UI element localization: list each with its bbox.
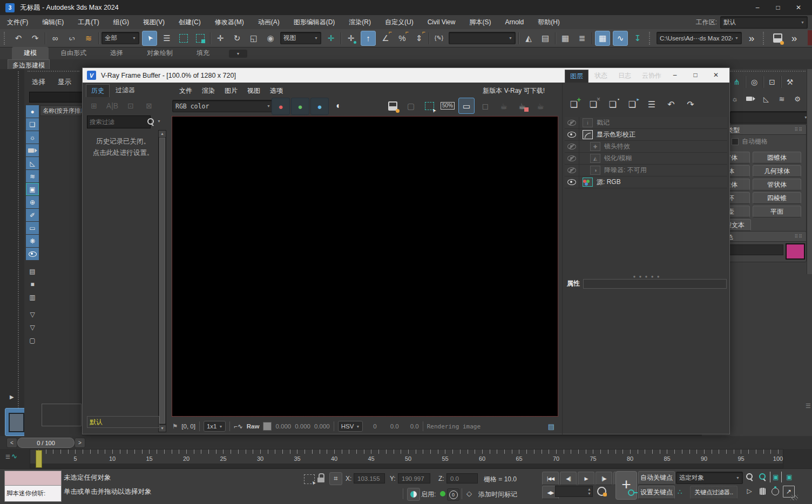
vfb-left-tab[interactable]: 历史 xyxy=(86,84,110,97)
expand-arrow-icon[interactable]: ▶ xyxy=(10,394,14,400)
vfb-channel-combo[interactable]: RGB color ▼ xyxy=(172,100,274,112)
frozen-filter-icon[interactable]: ❋ xyxy=(26,235,39,247)
systems-category-icon[interactable]: ⚙ xyxy=(791,93,803,105)
select-by-name-icon[interactable]: ☰ xyxy=(160,31,174,45)
isolate-selection-icon[interactable] xyxy=(304,474,315,484)
curve-editor-icon[interactable]: ∿ xyxy=(613,31,628,46)
absolute-mode-button[interactable]: ⌗ xyxy=(329,472,342,485)
minimize-button[interactable]: – xyxy=(747,1,768,14)
layer-list-icon[interactable]: ☰ xyxy=(645,98,659,112)
primitive-button[interactable]: 几何球体 xyxy=(753,165,801,177)
visibility-off-icon[interactable] xyxy=(567,167,576,173)
next-frame-arrow[interactable]: > xyxy=(75,438,85,448)
ribbon-toggle-icon[interactable]: ▦ xyxy=(595,31,610,46)
use-center-icon[interactable]: ✛ xyxy=(324,31,338,45)
mini-curve-editor-icon[interactable]: ☰∿ xyxy=(5,452,17,460)
menu-item[interactable]: 工具(T) xyxy=(71,16,106,29)
pixel-pin-icon[interactable]: ⚑ xyxy=(172,423,178,430)
ribbon-tab[interactable]: 自由形式 xyxy=(49,47,98,59)
pixel-ratio-combo[interactable]: 1x1▼ xyxy=(204,421,226,432)
zoom-all-icon[interactable] xyxy=(757,472,768,482)
hidden-filter-icon[interactable] xyxy=(26,248,39,260)
key-filters-button[interactable]: 关键点过滤器.. xyxy=(690,486,737,499)
helpers-category-icon[interactable]: ◺ xyxy=(760,93,772,105)
scene-explorer-icon[interactable]: ▦ xyxy=(558,31,572,45)
close-button[interactable]: ✕ xyxy=(788,1,809,14)
rotate-icon[interactable]: ↻ xyxy=(230,31,244,45)
x-coordinate-field[interactable]: 103.155 xyxy=(354,473,385,483)
spacewarps-category-icon[interactable]: ≋ xyxy=(776,93,788,105)
pan-icon[interactable] xyxy=(757,486,768,496)
containers-filter-icon[interactable]: ▭ xyxy=(26,222,39,234)
delete-layer-icon[interactable]: ❏ xyxy=(586,98,600,112)
counter-button[interactable]: 0 xyxy=(447,488,459,501)
snap-spinner-icon[interactable]: ⇕ xyxy=(412,31,426,45)
save-layers-icon[interactable]: ❏ xyxy=(606,98,620,112)
explorer-menu-select[interactable]: 选择 xyxy=(32,78,45,87)
menu-item[interactable]: 组(G) xyxy=(106,16,136,29)
filter-icon[interactable]: ▽ xyxy=(26,321,39,333)
mirror-icon[interactable]: ◭ xyxy=(522,31,536,45)
bones-filter-icon[interactable]: ✐ xyxy=(26,209,39,221)
vfb-maximize-button[interactable]: □ xyxy=(685,69,706,81)
ribbon-tab[interactable]: 建模 xyxy=(12,47,49,59)
display-none-icon[interactable]: ■ xyxy=(26,278,39,290)
autosave-icon[interactable] xyxy=(770,31,784,45)
vfb-layer-row[interactable]: 显示色彩校正 xyxy=(565,129,727,141)
explorer-column-header[interactable]: 名称(按升序排序) xyxy=(40,105,82,116)
vfb-left-tab[interactable]: 过滤器 xyxy=(111,84,140,97)
play-button[interactable]: ▶ xyxy=(578,472,594,485)
object-color-swatch[interactable] xyxy=(786,243,805,260)
unlink-icon[interactable]: ∞ xyxy=(65,31,79,45)
fit-to-window-icon[interactable]: ▭ xyxy=(458,98,475,114)
display-children-icon[interactable]: ▤ xyxy=(26,265,39,277)
adaptive-degradation-button[interactable] xyxy=(407,488,420,501)
current-frame-marker[interactable] xyxy=(36,450,42,468)
menu-item[interactable]: 图形编辑器(D) xyxy=(287,16,342,29)
set-keys-button[interactable]: + xyxy=(615,471,637,500)
vfb-menu-item[interactable]: 图片 xyxy=(220,85,242,96)
vfb-right-tab[interactable]: 状态 xyxy=(590,70,612,83)
menu-item[interactable]: 自定义(U) xyxy=(378,16,421,29)
vfb-right-tab[interactable]: 云协作 xyxy=(637,70,666,83)
ribbon-tab[interactable]: 选择 xyxy=(98,47,135,59)
vfb-layer-row[interactable]: 降噪器: 不可用 xyxy=(565,165,727,176)
previous-frame-button[interactable]: ◀|| xyxy=(560,472,577,485)
cameras-category-icon[interactable] xyxy=(745,93,756,105)
scroll-down-icon[interactable]: ▼ xyxy=(159,425,166,432)
align-icon[interactable]: ▤ xyxy=(538,31,552,45)
ribbon-tab[interactable]: 填充 xyxy=(185,47,221,59)
vfb-update-notice[interactable]: 新版本 V-Ray 可下载! xyxy=(483,86,545,96)
listener-field[interactable]: 脚本迷你侦听: xyxy=(5,486,61,501)
spacewarps-filter-icon[interactable]: ≋ xyxy=(26,170,39,182)
cameras-filter-icon[interactable] xyxy=(26,144,39,156)
render-setup-icon[interactable]: ↧ xyxy=(631,31,645,45)
dock-grip[interactable] xyxy=(18,71,20,427)
time-slider[interactable]: 0 / 100 xyxy=(17,438,75,448)
render-interactive-icon[interactable]: ☕ xyxy=(496,98,511,113)
snap-3d-icon[interactable]: ↑ xyxy=(361,31,376,46)
panel-grip[interactable] xyxy=(28,71,79,72)
history-ab-compare-icon[interactable]: A|B xyxy=(105,99,119,113)
log-list-icon[interactable]: ▤ xyxy=(548,423,554,431)
panel-splitter[interactable]: ● ● ● ● ● xyxy=(563,274,731,279)
current-frame-field[interactable]: ▲▼ xyxy=(555,486,593,497)
save-image-icon[interactable] xyxy=(385,98,400,113)
resize-grip[interactable] xyxy=(790,495,798,500)
undo-layers-icon[interactable]: ↶ xyxy=(664,98,678,112)
vfb-layer-row[interactable]: ✚镜头特效 xyxy=(565,141,727,153)
window-crossing-icon[interactable] xyxy=(193,31,207,45)
add-time-tag[interactable]: 添加时间标记 xyxy=(478,490,517,499)
primitive-button[interactable]: 圆锥体 xyxy=(753,152,801,164)
history-save-icon[interactable]: ⊞ xyxy=(87,99,101,113)
vfb-right-tab[interactable]: 日志 xyxy=(613,70,636,83)
scale-icon[interactable]: ◱ xyxy=(247,31,261,45)
stereo-icon[interactable]: ◻ xyxy=(478,98,493,113)
scroll-up-icon[interactable]: ▲ xyxy=(159,131,166,137)
primitive-button[interactable]: 平面 xyxy=(753,206,801,217)
utilities-tab-icon[interactable]: ⚒ xyxy=(783,76,796,88)
toolbar-overflow-icon[interactable]: » xyxy=(745,31,759,45)
selection-filter-combo[interactable]: 全部▼ xyxy=(102,32,139,44)
move-icon[interactable]: ✛ xyxy=(213,31,227,45)
load-layers-icon[interactable]: ❏ xyxy=(625,98,639,112)
